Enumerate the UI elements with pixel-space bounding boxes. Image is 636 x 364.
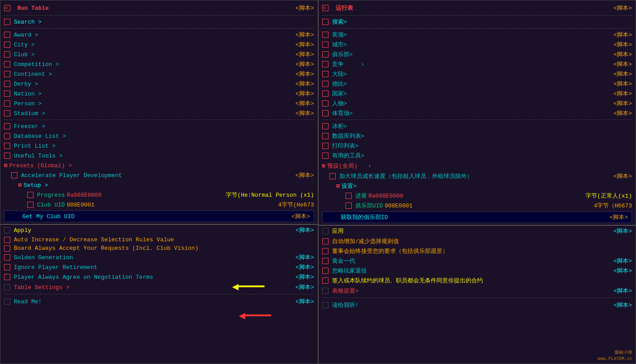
right-nation-checkbox[interactable] [322, 91, 328, 97]
right-apply-checkbox[interactable] [322, 228, 328, 234]
left-header-checkbox[interactable] [4, 5, 10, 11]
left-derby-checkbox[interactable] [4, 81, 10, 87]
right-presets-row[interactable]: ⊠ 预设(全局) › [319, 161, 636, 171]
left-player-agree-checkbox[interactable] [4, 274, 10, 280]
right-derby-row[interactable]: 德比> <脚本> [319, 79, 636, 89]
right-getclub-row[interactable]: 获取我的俱乐部ID <脚本> [322, 211, 632, 223]
left-tablesettings-row[interactable]: Table Settings > <脚本> [0, 282, 318, 293]
left-printlist-checkbox[interactable] [4, 143, 10, 149]
left-accelerate-checkbox[interactable] [11, 172, 17, 178]
left-accelerate-row[interactable]: Accelerate Player Development <脚本> [0, 170, 318, 180]
left-continent-checkbox[interactable] [4, 71, 10, 77]
left-readme-checkbox[interactable] [4, 298, 10, 305]
left-usefultools-row[interactable]: Useful Tools > [0, 151, 318, 161]
left-board-checkbox[interactable] [4, 245, 10, 252]
right-golden-checkbox[interactable] [322, 258, 328, 264]
left-setup-row[interactable]: ⊠ Setup > [0, 180, 318, 190]
left-derby-row[interactable]: Derby > <脚本> [0, 79, 318, 89]
right-dblist-checkbox[interactable] [322, 133, 328, 139]
left-getclub-row[interactable]: Get My Club UID <脚本> [4, 211, 314, 222]
right-derby-checkbox[interactable] [322, 81, 328, 87]
left-stadium-row[interactable]: Stadium > <脚本> [0, 108, 318, 118]
left-presets-row[interactable]: ⊠ Presets (Global) > [0, 161, 318, 170]
left-player-agree-row[interactable]: Player Always Agree on Negotiation Terms… [0, 272, 318, 282]
right-stadium-row[interactable]: 体育场> <脚本> [319, 108, 636, 118]
left-award-checkbox[interactable] [4, 32, 10, 38]
left-search-row[interactable]: Search > [0, 17, 318, 27]
left-person-row[interactable]: Person > <脚本> [0, 99, 318, 108]
right-usefultools-checkbox[interactable] [322, 153, 328, 159]
left-printlist-row[interactable]: Print List > [0, 141, 318, 151]
right-golden-row[interactable]: 黄金一代 <脚本> [319, 256, 636, 266]
left-auto-row[interactable]: Auto Increase / Decrease Selection Rules… [0, 236, 318, 244]
left-usefultools-checkbox[interactable] [4, 153, 10, 159]
right-club-row[interactable]: 俱乐部> <脚本> [319, 50, 636, 59]
left-board-row[interactable]: Board Always Accept Your Requests (Incl.… [0, 244, 318, 252]
left-ignore-checkbox[interactable] [4, 264, 10, 270]
left-competition-checkbox[interactable] [4, 61, 10, 67]
right-auto-row[interactable]: 自动增加/减少选择规则值 [319, 236, 636, 246]
right-freezer-row[interactable]: 冰柜> [319, 121, 636, 131]
left-auto-checkbox[interactable] [4, 237, 10, 243]
right-person-row[interactable]: 人物> <脚本> [319, 99, 636, 108]
right-tablesettings-row[interactable]: 表格设置> <脚本> [319, 285, 636, 296]
right-tablesettings-checkbox[interactable] [322, 288, 328, 294]
left-freezer-row[interactable]: Freezer > [0, 121, 318, 131]
right-stadium-checkbox[interactable] [322, 110, 328, 116]
left-club-checkbox[interactable] [4, 51, 10, 58]
left-award-row[interactable]: Award > <脚本> [0, 30, 318, 40]
right-dblist-row[interactable]: 数据库列表> [319, 131, 636, 141]
right-award-checkbox[interactable] [322, 32, 328, 38]
left-club-row[interactable]: Club > <脚本> [0, 50, 318, 59]
right-award-row[interactable]: 奖项> <脚本> [319, 30, 636, 40]
right-ignore-checkbox[interactable] [322, 268, 328, 274]
left-competition-row[interactable]: Competition > <脚本> [0, 59, 318, 69]
right-competition-row[interactable]: 竞争 › <脚本> [319, 59, 636, 69]
left-dblist-row[interactable]: Database List > [0, 131, 318, 141]
right-ignore-row[interactable]: 您略玩家退役 <脚本> [319, 266, 636, 276]
left-golden-row[interactable]: Golden Generation <脚本> [0, 252, 318, 262]
right-printlist-row[interactable]: 打印列表> [319, 141, 636, 151]
left-apply-row[interactable]: Apply <脚本> [0, 225, 318, 236]
right-accelerate-row[interactable]: 加大球员成长速度（包括租入球员，外租球员除外） <脚本> [319, 171, 636, 181]
right-city-checkbox[interactable] [322, 41, 328, 48]
right-board-checkbox[interactable] [322, 248, 328, 254]
right-usefultools-row[interactable]: 有用的工具> [319, 151, 636, 161]
right-printlist-checkbox[interactable] [322, 143, 328, 149]
right-search-row[interactable]: 搜索> [319, 17, 636, 27]
right-player-agree-row[interactable]: 签入或本队续约的球员、职员都会无条件同意你提出的合约 [319, 276, 636, 285]
right-club-checkbox[interactable] [322, 51, 328, 58]
left-ignore-row[interactable]: Ignore Player Retirement <脚本> [0, 262, 318, 272]
right-apply-row[interactable]: 应用 <脚本> [319, 226, 636, 236]
right-accelerate-checkbox[interactable] [329, 173, 336, 179]
left-tablesettings-checkbox[interactable] [4, 284, 10, 290]
left-city-row[interactable]: City > <脚本> [0, 40, 318, 50]
left-search-checkbox[interactable] [4, 19, 10, 25]
left-city-checkbox[interactable] [4, 41, 10, 48]
left-freezer-checkbox[interactable] [4, 123, 10, 129]
left-readme-row[interactable]: Read Me! <脚本> [0, 296, 318, 307]
left-nation-checkbox[interactable] [4, 91, 10, 97]
right-search-checkbox[interactable] [322, 19, 328, 25]
left-apply-checkbox[interactable] [4, 227, 10, 233]
left-progress-checkbox[interactable] [27, 192, 33, 198]
right-player-agree-checkbox[interactable] [322, 277, 328, 284]
left-continent-row[interactable]: Continent > <脚本> [0, 69, 318, 79]
right-readme-checkbox[interactable] [322, 302, 328, 308]
left-golden-checkbox[interactable] [4, 254, 10, 261]
right-competition-checkbox[interactable] [322, 61, 328, 67]
right-progress-checkbox[interactable] [345, 193, 352, 199]
right-continent-checkbox[interactable] [322, 71, 328, 77]
right-nation-row[interactable]: 国家> <脚本> [319, 89, 636, 99]
right-header-checkbox[interactable] [322, 5, 328, 11]
right-freezer-checkbox[interactable] [322, 123, 328, 129]
left-clubuid-checkbox[interactable] [27, 202, 33, 208]
left-nation-row[interactable]: Nation > <脚本> [0, 89, 318, 99]
right-person-checkbox[interactable] [322, 100, 328, 107]
left-stadium-checkbox[interactable] [4, 110, 10, 116]
right-continent-row[interactable]: 大陆> <脚本> [319, 69, 636, 79]
right-board-row[interactable]: 董事会始终接受您的要求（包括俱乐部愿景） [319, 246, 636, 256]
right-clubuid-checkbox[interactable] [345, 203, 352, 209]
right-setup-row[interactable]: ⊠ 设置> [319, 181, 636, 191]
right-readme-row[interactable]: 读给我听! <脚本> [319, 299, 636, 311]
